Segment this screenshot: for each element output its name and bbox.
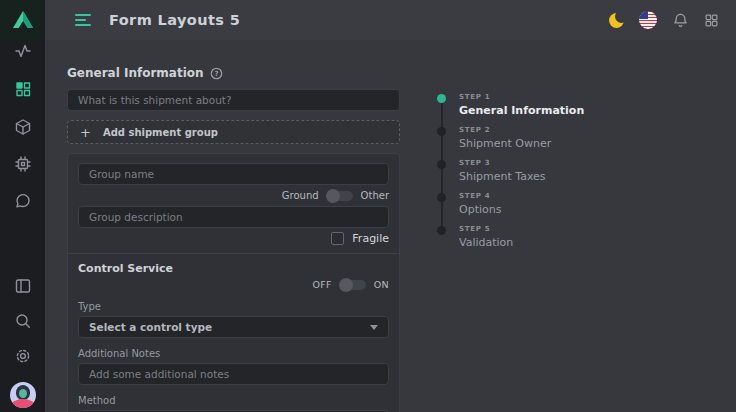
card-divider xyxy=(68,253,399,254)
user-avatar[interactable] xyxy=(10,382,36,408)
chat-icon xyxy=(14,192,32,210)
form-column: General Information ? + Add shipment gro… xyxy=(67,66,400,412)
step-dot xyxy=(437,226,446,235)
logo-triangle-icon xyxy=(11,9,35,31)
avatar-shirt xyxy=(11,399,35,408)
step-dot xyxy=(437,127,446,136)
chip-icon xyxy=(14,155,32,173)
gear-icon xyxy=(14,347,32,365)
step-1-general-information[interactable]: STEP 1 General Information xyxy=(437,93,657,126)
header-actions xyxy=(609,11,736,29)
ground-other-toggle[interactable] xyxy=(327,191,353,201)
step-title: Options xyxy=(459,203,501,216)
notifications-button[interactable] xyxy=(672,12,689,29)
section-title: General Information xyxy=(67,66,204,80)
step-title: Shipment Taxes xyxy=(459,170,546,183)
app-grid-icon xyxy=(704,13,719,28)
control-service-label: Control Service xyxy=(78,262,389,275)
on-label: ON xyxy=(374,279,389,290)
step-title: General Information xyxy=(459,104,584,117)
help-icon[interactable]: ? xyxy=(210,67,223,80)
menu-toggle-button[interactable] xyxy=(75,14,92,26)
sidebar-item-layout-toggle[interactable] xyxy=(0,276,45,296)
step-4-options[interactable]: STEP 4 Options xyxy=(437,192,657,225)
layout-icon xyxy=(14,277,32,295)
apps-menu-button[interactable] xyxy=(704,13,719,28)
fragile-label: Fragile xyxy=(352,232,389,245)
ground-other-toggle-row: Ground Other xyxy=(78,189,389,202)
grid-icon xyxy=(14,80,32,98)
language-us-flag-icon[interactable] xyxy=(639,11,657,29)
type-label: Type xyxy=(78,301,389,312)
page-title: Form Layouts 5 xyxy=(109,12,240,28)
step-5-validation[interactable]: STEP 5 Validation xyxy=(437,225,657,258)
step-dot xyxy=(437,94,446,103)
step-3-shipment-taxes[interactable]: STEP 3 Shipment Taxes xyxy=(437,159,657,192)
additional-notes-input[interactable] xyxy=(78,363,389,385)
fragile-row: Fragile xyxy=(78,232,389,245)
header-bar: Form Layouts 5 xyxy=(45,0,736,40)
step-title: Validation xyxy=(459,236,513,249)
logo[interactable] xyxy=(0,0,45,40)
sidebar-item-package[interactable] xyxy=(0,117,45,137)
step-label: STEP 5 xyxy=(459,225,513,233)
flag-canton xyxy=(639,11,648,19)
off-on-toggle[interactable] xyxy=(340,280,366,290)
svg-text:?: ? xyxy=(214,69,218,77)
sidebar-item-chat[interactable] xyxy=(0,191,45,211)
group-description-input[interactable] xyxy=(78,206,389,228)
theme-toggle-moon-icon[interactable] xyxy=(609,13,624,28)
search-icon xyxy=(14,312,32,330)
step-2-shipment-owner[interactable]: STEP 2 Shipment Owner xyxy=(437,126,657,159)
sidebar-item-chip[interactable] xyxy=(0,154,45,174)
sidebar-item-settings[interactable] xyxy=(0,346,45,366)
step-title: Shipment Owner xyxy=(459,137,551,150)
package-icon xyxy=(14,118,32,136)
activity-icon xyxy=(14,42,32,60)
step-dot xyxy=(437,160,446,169)
plus-icon: + xyxy=(80,126,91,139)
control-type-select[interactable]: Select a control type xyxy=(78,316,389,338)
add-group-label: Add shipment group xyxy=(103,127,218,138)
shipment-group-card: Ground Other Fragile Control Service OFF… xyxy=(67,153,400,412)
chevron-down-icon xyxy=(370,325,378,330)
sidebar-item-search[interactable] xyxy=(0,311,45,331)
sidebar-item-dashboard[interactable] xyxy=(0,79,45,99)
step-dot xyxy=(437,193,446,202)
main-content: General Information ? + Add shipment gro… xyxy=(45,40,736,412)
off-on-toggle-row: OFF ON xyxy=(78,278,389,291)
bell-icon xyxy=(672,12,689,29)
section-heading: General Information ? xyxy=(67,66,400,80)
other-label: Other xyxy=(361,190,389,201)
avatar-face xyxy=(19,389,27,398)
ground-label: Ground xyxy=(282,190,319,201)
shipment-about-input[interactable] xyxy=(67,89,400,111)
fragile-checkbox[interactable] xyxy=(331,232,344,245)
off-label: OFF xyxy=(313,279,332,290)
form-stepper: STEP 1 General Information STEP 2 Shipme… xyxy=(437,93,657,258)
step-label: STEP 1 xyxy=(459,93,584,101)
control-type-value: Select a control type xyxy=(89,321,212,333)
step-label: STEP 4 xyxy=(459,192,501,200)
step-label: STEP 3 xyxy=(459,159,546,167)
step-label: STEP 2 xyxy=(459,126,551,134)
sidebar-item-activity[interactable] xyxy=(0,41,45,61)
sidebar xyxy=(0,0,45,412)
add-shipment-group-button[interactable]: + Add shipment group xyxy=(67,120,400,144)
app-root: Form Layouts 5 xyxy=(0,0,736,412)
notes-label: Additional Notes xyxy=(78,348,389,359)
method-label: Method xyxy=(78,395,389,406)
group-name-input[interactable] xyxy=(78,163,389,185)
